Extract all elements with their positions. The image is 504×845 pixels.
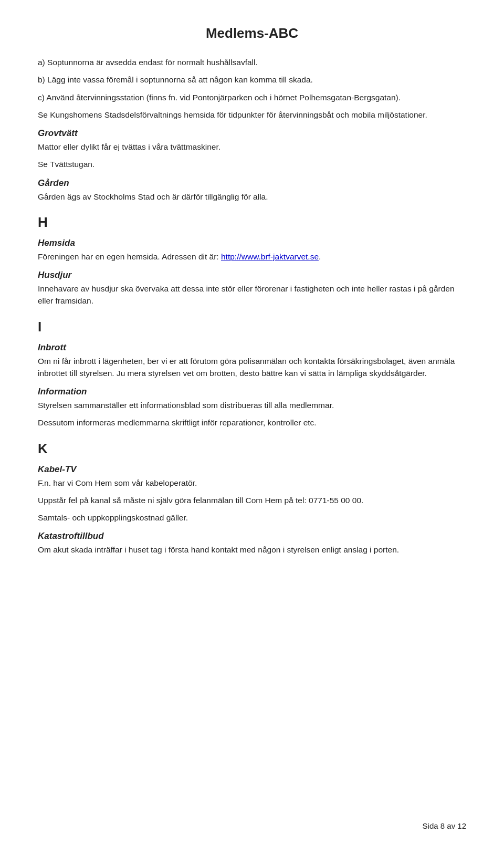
husdjur-heading: Husdjur <box>38 270 466 280</box>
page-footer: Sida 8 av 12 <box>423 821 466 830</box>
husdjur-text: Innehavare av husdjur ska övervaka att d… <box>38 283 466 307</box>
katastroftillbud-heading: Katastroftillbud <box>38 531 466 541</box>
kabeltv-section: Kabel-TV F.n. har vi Com Hem som vår kab… <box>38 464 466 524</box>
inbrott-section: Inbrott Om ni får inbrott i lägenheten, … <box>38 342 466 380</box>
information-text1: Styrelsen sammanställer ett informations… <box>38 399 466 411</box>
intro-a: a) Soptunnorna är avsedda endast för nor… <box>38 56 466 68</box>
information-section: Information Styrelsen sammanställer ett … <box>38 387 466 429</box>
kabeltv-text3: Samtals- och uppkopplingskostnad gäller. <box>38 512 466 524</box>
garden-section: Gården Gården ägs av Stockholms Stad och… <box>38 178 466 203</box>
garden-heading: Gården <box>38 178 466 189</box>
katastroftillbud-section: Katastroftillbud Om akut skada inträffar… <box>38 531 466 556</box>
inbrott-text: Om ni får inbrott i lägenheten, ber vi e… <box>38 355 466 380</box>
intro-c: c) Använd återvinningsstation (finns fn.… <box>38 91 466 103</box>
page-title: Medlems-ABC <box>38 25 466 41</box>
hemsida-section: Hemsida Föreningen har en egen hemsida. … <box>38 238 466 263</box>
kabeltv-text2: Uppstår fel på kanal så måste ni själv g… <box>38 494 466 506</box>
katastroftillbud-text: Om akut skada inträffar i huset tag i fö… <box>38 544 466 556</box>
i-letter: I <box>38 319 466 335</box>
grovtvatt-heading: Grovtvätt <box>38 128 466 139</box>
garden-text: Gården ägs av Stockholms Stad och är där… <box>38 191 466 203</box>
grovtvatt-text1: Mattor eller dylikt får ej tvättas i vår… <box>38 141 466 153</box>
intro-b: b) Lägg inte vassa föremål i soptunnorna… <box>38 74 466 86</box>
kabeltv-text1: F.n. har vi Com Hem som vår kabeloperatö… <box>38 477 466 489</box>
hemsida-text1: Föreningen har en egen hemsida. Adressen… <box>38 252 221 261</box>
kabeltv-heading: Kabel-TV <box>38 464 466 475</box>
k-letter: K <box>38 441 466 457</box>
intro-se: Se Kungshomens Stadsdelsförvaltnings hem… <box>38 109 466 121</box>
information-text2: Dessutom informeras medlemmarna skriftli… <box>38 416 466 429</box>
inbrott-heading: Inbrott <box>38 342 466 353</box>
hemsida-text: Föreningen har en egen hemsida. Adressen… <box>38 251 466 263</box>
information-heading: Information <box>38 387 466 397</box>
h-letter: H <box>38 214 466 231</box>
grovtvatt-text2: Se Tvättstugan. <box>38 158 466 170</box>
hemsida-link[interactable]: http://www.brf-jaktvarvet.se <box>221 252 319 261</box>
grovtvatt-section: Grovtvätt Mattor eller dylikt får ej tvä… <box>38 128 466 171</box>
hemsida-heading: Hemsida <box>38 238 466 248</box>
husdjur-section: Husdjur Innehavare av husdjur ska överva… <box>38 270 466 307</box>
hemsida-text2: . <box>319 252 321 261</box>
